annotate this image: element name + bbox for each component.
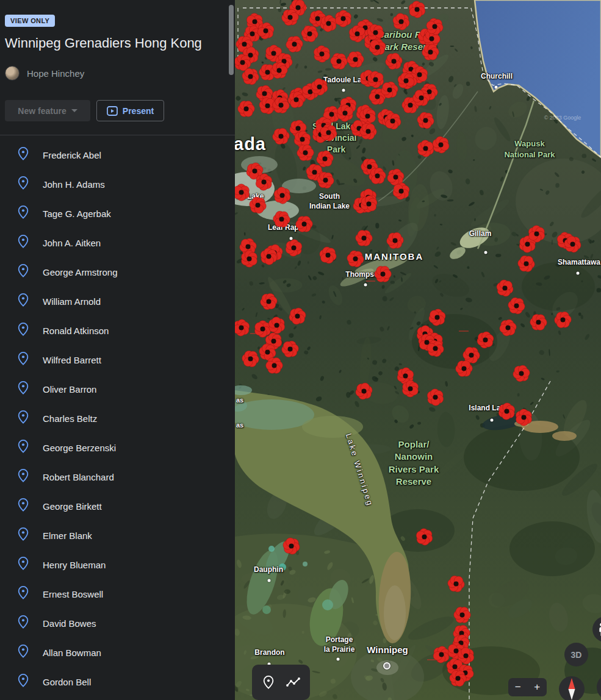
- feature-item[interactable]: Tage G. Agerbak: [0, 199, 235, 228]
- poppy-marker[interactable]: [412, 88, 431, 110]
- poppy-marker[interactable]: [383, 112, 402, 133]
- poppy-marker[interactable]: [386, 231, 405, 252]
- poppy-icon: [512, 364, 531, 383]
- feature-item[interactable]: Allan Bowman: [0, 638, 235, 667]
- feature-item[interactable]: David Bowes: [0, 609, 235, 638]
- poppy-marker[interactable]: [368, 166, 387, 188]
- feature-name: Henry Blueman: [43, 560, 106, 570]
- poppy-marker[interactable]: [295, 215, 314, 236]
- compass-button[interactable]: [559, 676, 585, 700]
- poppy-icon: [240, 249, 259, 268]
- feature-item[interactable]: Elmer Blank: [0, 521, 235, 550]
- 3d-view-button[interactable]: 3D: [564, 643, 588, 666]
- poppy-marker[interactable]: [237, 99, 256, 121]
- poppy-icon: [348, 24, 367, 43]
- poppy-marker[interactable]: [259, 292, 278, 313]
- poppy-marker[interactable]: [359, 122, 378, 143]
- poppy-marker[interactable]: [354, 229, 373, 250]
- feature-item[interactable]: George Armstrong: [0, 257, 235, 287]
- poppy-marker[interactable]: [316, 171, 335, 192]
- feature-item[interactable]: George Berzenski: [0, 433, 235, 462]
- poppy-marker[interactable]: [354, 382, 373, 403]
- feature-item[interactable]: Ernest Boswell: [0, 579, 235, 609]
- add-marker-tool-button[interactable]: [259, 671, 278, 693]
- poppy-marker[interactable]: [312, 45, 331, 66]
- poppy-marker[interactable]: [259, 247, 278, 268]
- draw-line-tool-button[interactable]: [284, 671, 303, 693]
- poppy-marker[interactable]: [287, 90, 306, 112]
- zoom-in-button[interactable]: +: [529, 678, 545, 696]
- poppy-marker[interactable]: [346, 50, 365, 71]
- poppy-marker[interactable]: [426, 388, 445, 409]
- poppy-marker[interactable]: [426, 339, 445, 360]
- feature-item[interactable]: John A. Aitken: [0, 228, 235, 257]
- poppy-marker[interactable]: [248, 196, 267, 217]
- poppy-marker[interactable]: [281, 340, 300, 361]
- poppy-marker[interactable]: [240, 249, 259, 271]
- poppy-marker[interactable]: [373, 265, 392, 286]
- poppy-marker[interactable]: [421, 43, 440, 64]
- poppy-marker[interactable]: [401, 379, 420, 401]
- view-only-badge: VIEW ONLY: [5, 15, 55, 27]
- poppy-marker[interactable]: [448, 669, 467, 690]
- poppy-marker[interactable]: [553, 310, 572, 332]
- poppy-marker[interactable]: [380, 80, 399, 102]
- feature-pin-icon: [16, 498, 30, 512]
- poppy-marker[interactable]: [348, 24, 367, 46]
- scrollbar-thumb[interactable]: [229, 5, 234, 75]
- feature-item[interactable]: John H. Adams: [0, 170, 235, 199]
- poppy-marker[interactable]: [281, 8, 300, 29]
- feature-name: George Berzenski: [43, 443, 116, 453]
- zoom-out-button[interactable]: −: [510, 678, 526, 696]
- poppy-marker[interactable]: [431, 135, 450, 157]
- poppy-marker[interactable]: [310, 77, 329, 99]
- poppy-marker[interactable]: [527, 224, 546, 246]
- poppy-marker[interactable]: [455, 359, 473, 380]
- feature-item[interactable]: Wilfred Barrett: [0, 345, 235, 374]
- poppy-marker[interactable]: [497, 402, 516, 423]
- poppy-marker[interactable]: [514, 408, 533, 429]
- poppy-marker[interactable]: [273, 186, 292, 207]
- poppy-marker[interactable]: [476, 330, 495, 352]
- poppy-marker[interactable]: [288, 307, 307, 328]
- poppy-marker[interactable]: [256, 21, 275, 43]
- poppy-marker[interactable]: [318, 246, 337, 267]
- map-canvas[interactable]: Tadoule LakeChurchillnn LakeSouth Indian…: [235, 0, 601, 700]
- poppy-marker[interactable]: [498, 318, 517, 340]
- poppy-icon: [448, 669, 467, 688]
- poppy-marker[interactable]: [529, 313, 548, 334]
- poppy-marker[interactable]: [272, 127, 290, 148]
- feature-item[interactable]: Frederick Abel: [0, 140, 235, 170]
- feature-item[interactable]: George Birkett: [0, 491, 235, 521]
- poppy-marker[interactable]: [270, 61, 289, 82]
- poppy-marker[interactable]: [517, 254, 536, 276]
- poppy-marker[interactable]: [392, 182, 411, 203]
- feature-item[interactable]: William Arnold: [0, 287, 235, 316]
- feature-item[interactable]: Ronald Atkinson: [0, 316, 235, 345]
- feature-item[interactable]: Charles Beltz: [0, 404, 235, 433]
- poppy-marker[interactable]: [359, 195, 378, 216]
- new-feature-button[interactable]: New feature: [5, 100, 90, 121]
- poppy-marker[interactable]: [346, 249, 365, 271]
- feature-item[interactable]: Henry Blueman: [0, 550, 235, 579]
- poppy-marker[interactable]: [272, 210, 291, 231]
- poppy-marker[interactable]: [415, 527, 434, 549]
- feature-item[interactable]: Gordon Bell: [0, 667, 235, 696]
- poppy-marker[interactable]: [563, 235, 582, 256]
- poppy-marker[interactable]: [241, 349, 260, 371]
- poppy-marker[interactable]: [408, 0, 426, 21]
- divider: [0, 135, 235, 135]
- poppy-marker[interactable]: [282, 537, 301, 558]
- poppy-marker[interactable]: [254, 173, 273, 194]
- poppy-marker[interactable]: [507, 296, 526, 318]
- poppy-marker[interactable]: [447, 574, 466, 596]
- feature-item[interactable]: Robert Blanchard: [0, 462, 235, 491]
- present-button[interactable]: Present: [96, 100, 164, 121]
- poppy-marker[interactable]: [512, 364, 531, 385]
- feature-item[interactable]: Oliver Barron: [0, 374, 235, 404]
- poppy-marker[interactable]: [319, 123, 338, 145]
- poppy-marker[interactable]: [235, 318, 251, 340]
- poppy-marker[interactable]: [296, 143, 315, 165]
- poppy-marker[interactable]: [425, 17, 444, 38]
- poppy-marker[interactable]: [284, 238, 303, 260]
